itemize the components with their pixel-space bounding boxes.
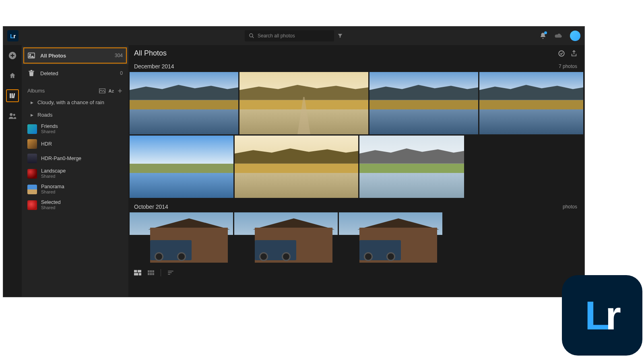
chevron-right-icon: ▶	[31, 113, 33, 117]
svg-point-6	[10, 113, 12, 116]
album-item[interactable]: PanoramaShared	[22, 181, 128, 197]
album-item[interactable]: FriendsShared	[22, 121, 128, 137]
sidebar-deleted-count: 0	[120, 70, 123, 76]
page-title: All Photos	[134, 49, 552, 58]
sidebar-all-photos-label: All Photos	[40, 53, 110, 59]
photo-thumbnail[interactable]	[130, 212, 233, 263]
main-area: All Photos December 2014 7 photos Octobe…	[128, 45, 584, 297]
photo-grid-oct	[128, 212, 584, 265]
svg-rect-20	[150, 273, 152, 275]
svg-point-7	[13, 114, 15, 116]
trash-icon	[27, 70, 35, 76]
add-button[interactable]	[6, 49, 19, 62]
album-thumb	[27, 154, 37, 163]
sidebar-deleted-label: Deleted	[40, 70, 115, 76]
photo-thumbnail[interactable]	[339, 212, 442, 263]
photo-thumbnail[interactable]	[369, 72, 478, 134]
grid-view-small-icon[interactable]	[148, 270, 154, 276]
separator	[161, 269, 161, 276]
people-icon	[8, 112, 17, 119]
album-item[interactable]: HDR	[22, 137, 128, 151]
notifications-button[interactable]	[539, 32, 547, 39]
album-folder-cloudy[interactable]: ▶ Cloudy, with a chance of rain	[22, 96, 128, 109]
album-item[interactable]: HDR-Pan0-Merge	[22, 151, 128, 166]
filter-icon[interactable]	[337, 33, 343, 39]
photo-thumbnail[interactable]	[235, 136, 358, 198]
svg-point-9	[29, 54, 31, 56]
select-all-icon[interactable]	[558, 50, 565, 57]
library-icon	[9, 92, 16, 99]
add-album-icon[interactable]	[117, 88, 123, 94]
album-meta: Shared	[41, 174, 66, 179]
user-avatar[interactable]	[570, 31, 580, 41]
album-name: HDR-Pan0-Merge	[41, 156, 81, 161]
sort-icon[interactable]	[167, 270, 174, 275]
app-window: Lr	[3, 26, 585, 297]
section-count: photos	[563, 204, 577, 210]
albums-header: Albums AZ	[22, 82, 128, 96]
photo-thumbnail[interactable]	[130, 136, 233, 198]
album-thumb	[27, 169, 37, 179]
share-icon[interactable]	[571, 50, 577, 57]
search-icon	[249, 33, 254, 39]
albums-list: FriendsSharedHDRHDR-Pan0-MergeLandscapeS…	[22, 121, 128, 213]
album-name: Landscape	[41, 168, 66, 174]
album-meta: Shared	[41, 205, 61, 210]
people-button[interactable]	[6, 109, 19, 122]
album-item[interactable]: SelectedShared	[22, 197, 128, 213]
album-item[interactable]: LandscapeShared	[22, 166, 128, 181]
notification-dot	[544, 31, 547, 34]
panorama-merge-icon[interactable]	[99, 88, 105, 93]
album-folder-label: Cloudy, with a chance of rain	[37, 99, 104, 105]
bottom-toolbar	[128, 265, 584, 280]
sidebar-item-deleted[interactable]: Deleted 0	[22, 64, 128, 82]
photo-icon	[27, 52, 35, 59]
svg-rect-3	[10, 93, 11, 98]
photo-thumbnail[interactable]	[239, 72, 368, 134]
album-thumb	[27, 124, 37, 134]
svg-line-1	[252, 37, 254, 38]
album-thumb	[27, 139, 37, 149]
album-name: Panorama	[41, 184, 64, 189]
svg-rect-5	[13, 93, 15, 98]
section-header-oct: October 2014 photos	[128, 200, 584, 212]
svg-rect-16	[148, 270, 150, 272]
album-folder-label: Roads	[37, 112, 53, 118]
cloud-sync-icon[interactable]	[554, 32, 563, 39]
section-label: December 2014	[134, 63, 559, 70]
photo-thumbnail[interactable]	[130, 72, 238, 134]
album-name: Selected	[41, 200, 61, 205]
home-button[interactable]	[6, 69, 19, 82]
svg-rect-17	[150, 270, 152, 272]
home-icon	[9, 72, 16, 79]
album-meta: Shared	[41, 129, 58, 134]
search-box[interactable]	[245, 30, 334, 41]
svg-rect-18	[152, 270, 154, 272]
topbar-right	[539, 31, 580, 41]
svg-rect-12	[134, 270, 137, 272]
grid-view-large-icon[interactable]	[134, 270, 141, 276]
lightroom-badge: Lr	[562, 275, 642, 356]
photo-grid-dec	[128, 72, 584, 200]
sidebar-all-photos-count: 304	[115, 53, 123, 58]
search-wrap	[245, 30, 343, 41]
photo-thumbnail[interactable]	[359, 136, 464, 198]
photo-thumbnail[interactable]	[234, 212, 338, 263]
album-folder-roads[interactable]: ▶ Roads	[22, 109, 128, 121]
album-thumb	[27, 200, 37, 210]
sort-az-icon[interactable]: AZ	[109, 88, 114, 93]
search-input[interactable]	[258, 33, 330, 39]
body-row: All Photos 304 Deleted 0 Albums AZ	[3, 45, 584, 297]
sidebar-item-all-photos[interactable]: All Photos 304	[22, 47, 128, 64]
album-thumb	[27, 185, 37, 194]
album-name: HDR	[41, 141, 52, 147]
left-rail	[3, 45, 22, 297]
album-name: Friends	[41, 123, 58, 129]
section-label: October 2014	[134, 204, 563, 210]
svg-rect-14	[134, 273, 138, 276]
photo-thumbnail[interactable]	[479, 72, 583, 134]
library-button[interactable]	[6, 89, 19, 102]
topbar: Lr	[3, 27, 584, 45]
svg-rect-19	[148, 273, 150, 275]
svg-rect-21	[152, 273, 154, 275]
